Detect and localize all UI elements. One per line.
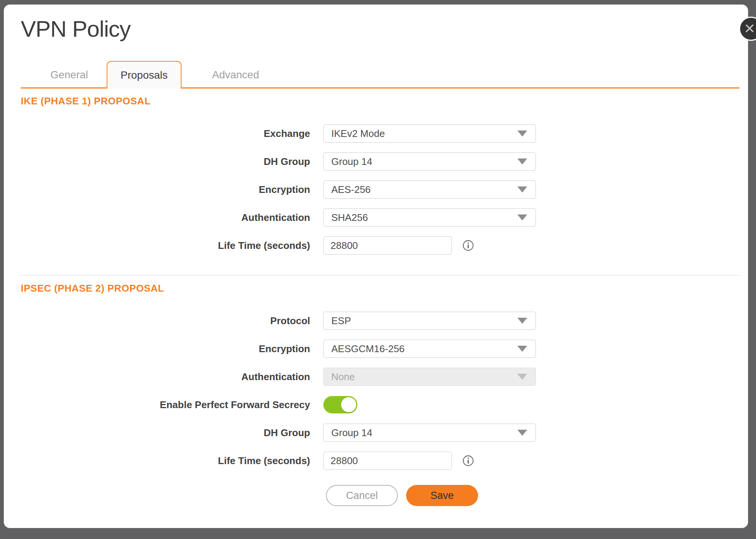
form-row-lifetime: Life Time (seconds) bbox=[21, 236, 731, 255]
ipsec-lifetime-label: Life Time (seconds) bbox=[21, 455, 310, 467]
info-icon[interactable] bbox=[463, 455, 474, 466]
encryption-select-value: AES-256 bbox=[331, 184, 371, 196]
form-row-pfs: Enable Perfect Forward Secrecy bbox=[21, 396, 731, 414]
protocol-label: Protocol bbox=[21, 315, 310, 327]
ipsec-encryption-label: Encryption bbox=[21, 343, 310, 355]
lifetime-input[interactable] bbox=[323, 236, 452, 255]
cancel-button[interactable]: Cancel bbox=[326, 485, 398, 506]
dh-group-select-value: Group 14 bbox=[331, 156, 372, 168]
pfs-label: Enable Perfect Forward Secrecy bbox=[21, 399, 310, 411]
chevron-down-icon bbox=[517, 158, 527, 165]
section-divider bbox=[21, 275, 739, 276]
ipsec-encryption-select[interactable]: AESGCM16-256 bbox=[323, 340, 536, 358]
ipsec-encryption-select-value: AESGCM16-256 bbox=[331, 343, 405, 355]
dh-group-select[interactable]: Group 14 bbox=[323, 152, 536, 171]
chevron-down-icon bbox=[517, 430, 527, 436]
protocol-select-value: ESP bbox=[331, 315, 351, 327]
form-row-ipsec-lifetime: Life Time (seconds) bbox=[21, 452, 731, 470]
toggle-knob bbox=[341, 397, 356, 412]
form-row-protocol: Protocol ESP bbox=[21, 312, 731, 330]
ipsec-dh-group-select[interactable]: Group 14 bbox=[323, 424, 536, 442]
ipsec-dh-group-select-value: Group 14 bbox=[331, 427, 372, 439]
ipsec-dh-group-label: DH Group bbox=[21, 427, 310, 439]
lifetime-label: Life Time (seconds) bbox=[21, 240, 310, 252]
chevron-down-icon bbox=[517, 374, 527, 380]
chevron-down-icon bbox=[517, 214, 527, 221]
ipsec-authentication-label: Authentication bbox=[21, 371, 310, 383]
form-row-dh-group: DH Group Group 14 bbox=[21, 152, 731, 171]
footer-actions: Cancel Save bbox=[21, 485, 731, 506]
tab-general[interactable]: General bbox=[32, 61, 107, 89]
authentication-select-value: SHA256 bbox=[331, 212, 368, 224]
ipsec-authentication-select-value: None bbox=[331, 371, 355, 383]
pfs-toggle[interactable] bbox=[323, 396, 357, 413]
authentication-label: Authentication bbox=[21, 212, 310, 224]
form-row-ipsec-authentication: Authentication None bbox=[21, 368, 731, 386]
chevron-down-icon bbox=[517, 186, 527, 193]
form-row-authentication: Authentication SHA256 bbox=[21, 208, 731, 227]
encryption-label: Encryption bbox=[21, 184, 310, 196]
ipsec-phase2-form: Protocol ESP Encryption AESGCM16-256 Aut… bbox=[21, 312, 731, 506]
ipsec-lifetime-input[interactable] bbox=[323, 452, 452, 470]
form-row-ipsec-dh-group: DH Group Group 14 bbox=[21, 424, 731, 442]
close-icon: ✕ bbox=[744, 22, 755, 36]
dh-group-label: DH Group bbox=[21, 156, 310, 168]
form-row-encryption: Encryption AES-256 bbox=[21, 180, 731, 199]
info-icon[interactable] bbox=[463, 240, 474, 251]
ipsec-authentication-select: None bbox=[323, 368, 536, 386]
authentication-select[interactable]: SHA256 bbox=[323, 208, 536, 227]
form-row-exchange: Exchange IKEv2 Mode bbox=[21, 124, 731, 143]
page-title: VPN Policy bbox=[21, 5, 731, 42]
encryption-select[interactable]: AES-256 bbox=[323, 180, 536, 199]
exchange-select[interactable]: IKEv2 Mode bbox=[323, 124, 536, 143]
vpn-policy-dialog: ✕ VPN Policy General Proposals Advanced … bbox=[4, 5, 748, 528]
tab-proposals[interactable]: Proposals bbox=[107, 61, 182, 89]
tab-bar: General Proposals Advanced bbox=[21, 61, 739, 89]
chevron-down-icon bbox=[517, 318, 527, 324]
chevron-down-icon bbox=[517, 130, 527, 137]
chevron-down-icon bbox=[517, 346, 527, 352]
ike-phase1-heading: IKE (PHASE 1) PROPOSAL bbox=[21, 95, 731, 107]
tab-advanced[interactable]: Advanced bbox=[182, 61, 290, 89]
form-row-ipsec-encryption: Encryption AESGCM16-256 bbox=[21, 340, 731, 358]
exchange-label: Exchange bbox=[21, 128, 310, 140]
protocol-select[interactable]: ESP bbox=[323, 312, 536, 330]
ipsec-phase2-heading: IPSEC (PHASE 2) PROPOSAL bbox=[21, 283, 731, 294]
ike-phase1-form: Exchange IKEv2 Mode DH Group Group 14 En… bbox=[21, 124, 731, 255]
save-button[interactable]: Save bbox=[406, 485, 478, 506]
exchange-select-value: IKEv2 Mode bbox=[331, 128, 385, 140]
